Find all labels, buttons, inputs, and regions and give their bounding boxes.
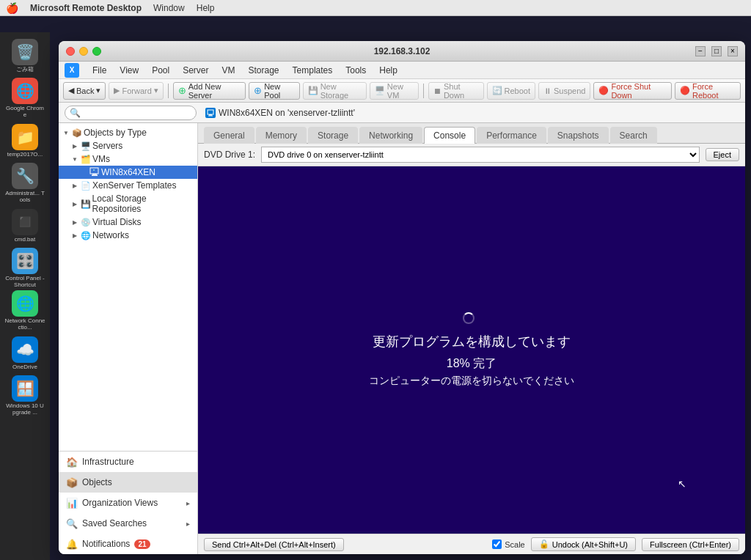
new-vm-button[interactable]: 🖥️ New VM [370,82,419,100]
nav-saved-searches[interactable]: 🔍 Saved Searches ▸ [59,513,197,534]
dock-label-onedrive: OneDrive [12,364,37,371]
dock-item-folder[interactable]: 📁 temp2017O... [4,120,45,161]
dock-item-trash[interactable]: 🗑️ ごみ箱 [4,35,45,76]
controlpanel-icon: 🎛️ [12,248,38,274]
saved-searches-arrow: ▸ [186,520,190,528]
nav-org-views-label: Organization Views [82,498,158,508]
new-pool-icon: ⊕ [254,85,262,96]
main-window: 192.168.3.102 − □ × X File View Pool Ser… [59,41,745,554]
tree-item-win8x64xen[interactable]: WIN8x64XEN [59,166,197,179]
root-expand-icon: ▼ [62,128,70,137]
nav-notifications[interactable]: 🔔 Notifications 21 [59,534,197,554]
tree-item-virtualdisks[interactable]: ▶ 💿 Virtual Disks [59,215,197,229]
menu-storage[interactable]: Storage [243,64,285,77]
tree-vms-label: VMs [92,154,110,164]
minimize-button[interactable] [79,47,88,56]
menu-pool[interactable]: Pool [146,64,175,77]
scale-checkbox[interactable] [492,539,502,549]
dock-item-onedrive[interactable]: ☁️ OneDrive [4,333,45,374]
menu-tools[interactable]: Tools [340,64,372,77]
app-menubar: X File View Pool Server VM Storage Templ… [59,62,745,79]
dock-item-controlpanel[interactable]: 🎛️ Control Panel - Shortcut [4,248,45,289]
undock-button[interactable]: 🔓 Undock (Alt+Shift+U) [531,537,636,551]
suspend-button[interactable]: ⏸ Suspend [538,82,590,100]
vm-title: WIN8x64XEN on 'xenserver-tzliintt' [219,108,355,118]
new-pool-button[interactable]: ⊕ New Pool [249,82,299,100]
app-name[interactable]: Microsoft Remote Desktop [30,3,142,13]
tree-root[interactable]: ▼ 📦 Objects by Type [59,126,197,139]
window-title: 192.168.3.102 [374,46,431,56]
dock-item-network[interactable]: 🌐 Network Connectio... [4,290,45,331]
tab-storage[interactable]: Storage [308,127,358,144]
force-shutdown-icon: 🔴 [598,86,609,95]
nav-org-views[interactable]: 📊 Organization Views ▸ [59,493,197,513]
shut-down-button[interactable]: ⏹ Shut Down [428,82,484,100]
menu-view[interactable]: View [114,64,144,77]
nav-objects[interactable]: 📦 Objects [59,472,197,493]
cmd-icon: ⬛ [12,209,38,235]
tab-performance[interactable]: Performance [477,127,546,144]
menu-window[interactable]: Window [153,3,185,13]
tree-win8-label: WIN8x64XEN [101,167,155,177]
svg-rect-6 [93,169,95,171]
apple-icon[interactable]: 🍎 [6,2,18,14]
nav-infrastructure[interactable]: 🏠 Infrastructure [59,452,197,472]
menu-templates[interactable]: Templates [287,64,339,77]
vm-status-icon [205,108,216,118]
new-vm-icon: 🖥️ [375,86,385,95]
tab-snapshots[interactable]: Snapshots [548,127,609,144]
minimize-ctrl-btn[interactable]: − [695,46,706,56]
menu-vm[interactable]: VM [216,64,241,77]
loading-spinner [463,312,475,324]
tree-item-localstorage[interactable]: ▶ 💾 Local Storage Repositories [59,192,197,215]
tree-networks-label: Networks [92,230,129,240]
sidebar-bottom-nav: 🏠 Infrastructure 📦 Objects 📊 Organizatio… [59,451,197,554]
forward-button[interactable]: ▶ Forward ▾ [109,82,163,100]
send-ctrl-alt-del-button[interactable]: Send Ctrl+Alt+Del (Ctrl+Alt+Insert) [204,538,344,551]
dock-item-admintools[interactable]: 🔧 Administrat... Tools [4,163,45,204]
tab-console[interactable]: Console [424,127,475,144]
notifications-icon: 🔔 [66,538,78,550]
menu-help[interactable]: Help [373,64,403,77]
restore-ctrl-btn[interactable]: □ [711,46,722,56]
dvd-eject-button[interactable]: Eject [706,148,739,161]
reboot-button[interactable]: 🔄 Reboot [487,82,535,100]
svg-rect-5 [92,175,98,177]
force-shut-down-button[interactable]: 🔴 Force Shut Down [593,82,672,100]
tree-item-servers[interactable]: ▶ 🖥️ Servers [59,139,197,152]
tree-item-networks[interactable]: ▶ 🌐 Networks [59,229,197,242]
right-panel: General Memory Storage Networking Consol… [198,123,745,554]
maximize-button[interactable] [92,47,101,56]
dock-item-cmd[interactable]: ⬛ cmd.bat [4,205,45,246]
add-new-server-button[interactable]: ⊕ Add New Server [173,82,246,100]
console-area[interactable]: 更新プログラムを構成しています 18% 完了 コンピューターの電源を切らないでく… [198,166,745,534]
svg-rect-1 [209,114,212,116]
close-ctrl-btn[interactable]: × [728,46,738,56]
force-reboot-button[interactable]: 🔴 Force Reboot [675,82,741,100]
fullscreen-button[interactable]: Fullscreen (Ctrl+Enter) [642,538,739,551]
tab-search[interactable]: Search [610,127,657,144]
tree-virtualdisks-label: Virtual Disks [92,217,141,227]
tree-item-xentemplate[interactable]: ▶ 📄 XenServer Templates [59,179,197,192]
dock-item-chrome[interactable]: 🌐 Google Chrome [4,78,45,119]
saved-searches-icon: 🔍 [66,517,78,529]
tab-networking[interactable]: Networking [359,127,422,144]
tree-root-label: Objects by Type [84,128,147,138]
menu-server[interactable]: Server [177,64,214,77]
tab-memory[interactable]: Memory [256,127,307,144]
toolbar-separator-1 [168,84,169,98]
dvd-select[interactable]: DVD drive 0 on xenserver-tzliintt [261,147,700,163]
back-button[interactable]: ◀ Back ▾ [63,82,106,100]
search-input-wrapper[interactable]: 🔍 [65,106,197,120]
menu-help[interactable]: Help [197,3,215,13]
tree-item-vms[interactable]: ▼ 🗂️ VMs [59,152,197,166]
new-storage-button[interactable]: 💾 New Storage [303,82,367,100]
tab-general[interactable]: General [204,127,254,144]
add-server-icon: ⊕ [178,85,186,96]
main-content: ▼ 📦 Objects by Type ▶ 🖥️ Servers ▼ 🗂️ [59,123,745,554]
dock-item-windows10[interactable]: 🪟 Windows 10 Upgrade ... [4,375,45,416]
close-button[interactable] [66,47,75,56]
menu-file[interactable]: File [87,64,112,77]
networks-icon: 🌐 [81,230,91,240]
search-input[interactable] [81,108,183,117]
